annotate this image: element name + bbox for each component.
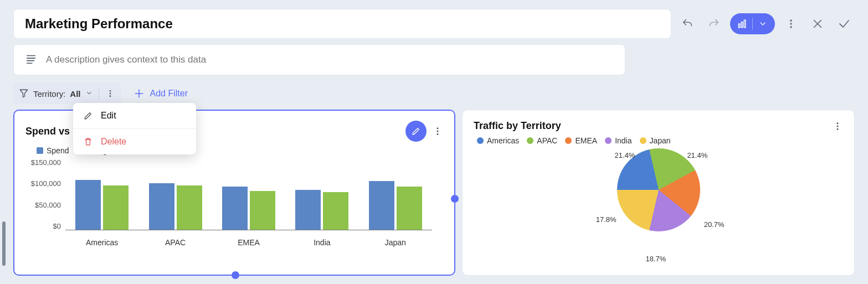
ytick: $150,000 bbox=[31, 158, 61, 167]
add-filter-label: Add Filter bbox=[150, 89, 188, 99]
chevron-down-icon[interactable] bbox=[85, 89, 93, 99]
close-button[interactable] bbox=[807, 13, 828, 34]
svg-point-14 bbox=[110, 91, 111, 92]
menu-item-delete[interactable]: Delete bbox=[73, 129, 196, 154]
svg-point-21 bbox=[437, 133, 438, 135]
card-more-button[interactable] bbox=[432, 126, 443, 136]
add-filter-button[interactable]: Add Filter bbox=[132, 87, 188, 100]
description-box[interactable] bbox=[13, 44, 625, 75]
menu-item-label: Delete bbox=[101, 137, 126, 147]
lines-icon bbox=[25, 53, 37, 67]
bar-group bbox=[365, 181, 426, 230]
svg-point-19 bbox=[437, 128, 438, 129]
dashboard-title: Marketing Performance bbox=[25, 16, 173, 32]
filter-chip-territory[interactable]: Territory: All bbox=[13, 83, 121, 104]
edit-card-button[interactable] bbox=[405, 121, 427, 142]
x-tick-label: APAC bbox=[145, 238, 206, 247]
y-axis: $150,000 $100,000 $50,000 $0 bbox=[25, 158, 65, 230]
bar-group bbox=[145, 183, 206, 230]
selection-handle-bottom[interactable] bbox=[232, 271, 239, 279]
svg-point-0 bbox=[640, 18, 645, 23]
svg-point-4 bbox=[790, 20, 792, 21]
ytick: $100,000 bbox=[31, 179, 61, 188]
svg-point-6 bbox=[790, 27, 792, 28]
filter-chip-more-button[interactable] bbox=[105, 89, 116, 98]
bar bbox=[177, 185, 202, 230]
ytick: $50,000 bbox=[35, 201, 61, 209]
svg-point-23 bbox=[837, 126, 838, 127]
svg-rect-1 bbox=[738, 24, 740, 28]
svg-point-22 bbox=[837, 122, 838, 123]
selection-handle-right[interactable] bbox=[451, 195, 459, 203]
bar bbox=[75, 180, 101, 230]
plus-icon bbox=[132, 87, 146, 100]
bar bbox=[323, 192, 348, 230]
bar bbox=[149, 183, 174, 230]
card-more-button[interactable] bbox=[832, 121, 843, 131]
filter-chip-label: Territory: bbox=[33, 89, 65, 99]
chevron-down-icon[interactable] bbox=[753, 16, 773, 32]
description-input[interactable] bbox=[46, 54, 614, 65]
bar bbox=[369, 181, 394, 230]
bar bbox=[103, 185, 129, 230]
award-icon[interactable] bbox=[636, 16, 649, 32]
chevron-down-icon[interactable] bbox=[652, 16, 660, 32]
legend-label: APAC bbox=[537, 136, 557, 145]
bar bbox=[397, 187, 422, 230]
card-traffic-by-territory[interactable]: Traffic by Territory Americas APAC EMEA … bbox=[462, 110, 855, 276]
page-scrollbar-handle[interactable] bbox=[2, 221, 6, 266]
undo-button[interactable] bbox=[677, 13, 698, 34]
bar-group bbox=[291, 190, 352, 230]
pie-plot: 21.4%20.7%18.7%17.8%21.4% bbox=[474, 148, 843, 254]
redo-button[interactable] bbox=[703, 13, 725, 34]
pie-slice-label: 17.8% bbox=[596, 215, 617, 224]
bar-plot: AmericasAPACEMEAIndiaJapan bbox=[65, 158, 443, 247]
bar bbox=[250, 191, 275, 230]
legend-label: Americas bbox=[487, 136, 519, 145]
svg-rect-2 bbox=[741, 22, 743, 28]
bar-group bbox=[218, 187, 279, 230]
svg-point-24 bbox=[837, 128, 838, 130]
ytick: $0 bbox=[53, 222, 61, 230]
more-menu-button[interactable] bbox=[780, 13, 802, 34]
svg-marker-13 bbox=[20, 90, 28, 97]
legend-label: EMEA bbox=[575, 136, 597, 145]
bar-group bbox=[71, 180, 132, 230]
chart-mode-toggle[interactable] bbox=[730, 13, 775, 34]
x-tick-label: Japan bbox=[365, 238, 426, 247]
pie-slice-label: 21.4% bbox=[687, 151, 707, 159]
legend-label: Japan bbox=[650, 136, 671, 145]
svg-point-20 bbox=[437, 131, 438, 132]
filter-context-menu: Edit Delete bbox=[73, 103, 196, 154]
filter-icon bbox=[19, 88, 29, 100]
x-tick-label: India bbox=[291, 238, 352, 247]
menu-item-edit[interactable]: Edit bbox=[73, 103, 196, 129]
pie-slice-label: 18.7% bbox=[645, 255, 666, 263]
legend-label: Spend bbox=[47, 146, 69, 155]
dashboard-title-box[interactable]: Marketing Performance bbox=[13, 9, 671, 39]
bar bbox=[222, 187, 248, 230]
x-tick-label: EMEA bbox=[218, 238, 279, 247]
svg-point-16 bbox=[110, 96, 111, 97]
svg-point-15 bbox=[110, 93, 111, 94]
pie-legend: Americas APAC EMEA India Japan bbox=[474, 136, 843, 145]
x-tick-label: Americas bbox=[71, 238, 132, 247]
svg-point-5 bbox=[790, 23, 792, 24]
menu-item-label: Edit bbox=[101, 111, 116, 121]
card-title: Traffic by Territory bbox=[474, 120, 561, 132]
legend-label: India bbox=[615, 136, 631, 145]
pie-slice-label: 20.7% bbox=[704, 220, 725, 229]
pie-slice-label: 21.4% bbox=[615, 151, 635, 159]
bar-chart-icon[interactable] bbox=[732, 16, 752, 32]
bar bbox=[295, 190, 321, 230]
svg-rect-3 bbox=[744, 20, 746, 27]
confirm-button[interactable] bbox=[834, 13, 855, 34]
filter-chip-value: All bbox=[70, 89, 80, 99]
